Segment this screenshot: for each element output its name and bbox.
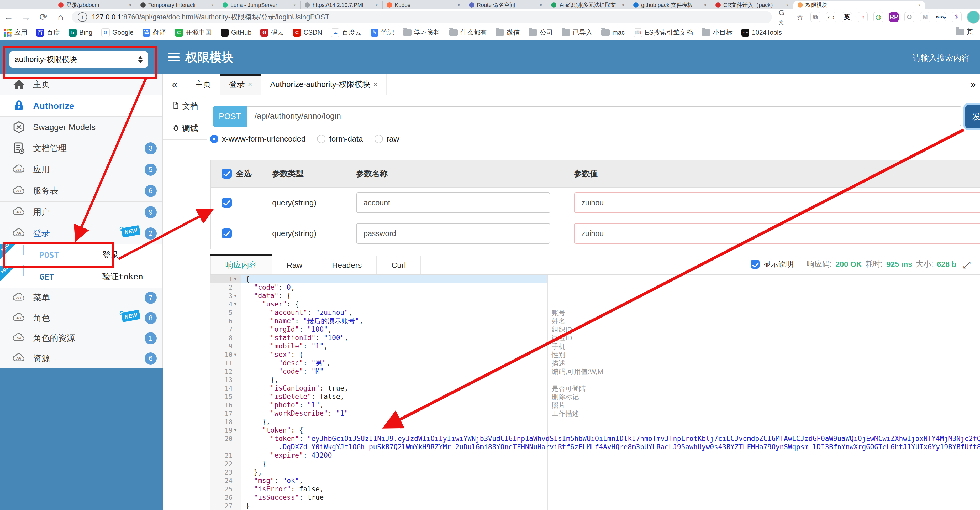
bookmark-item-18[interactable]: 小目标 — [702, 28, 732, 37]
sidebar-item-1[interactable]: Authorize — [0, 95, 162, 116]
profile-avatar[interactable] — [967, 11, 980, 24]
bookmark-item-15[interactable]: 已导入 — [562, 28, 592, 37]
tab-close-icon[interactable]: × — [129, 2, 132, 8]
sidebar-item-11[interactable]: API角色NEW8 — [0, 308, 162, 328]
gitzip-icon[interactable]: GitZip — [936, 12, 946, 22]
bookmark-item-12[interactable]: 什么都有 — [449, 28, 487, 37]
browser-tab-6[interactable]: 百家识别(多元法提取文× — [547, 1, 629, 9]
bookmark-item-16[interactable]: mac — [601, 29, 625, 36]
param-name-input[interactable]: password — [356, 223, 550, 244]
back-icon[interactable]: ← — [0, 11, 18, 22]
browser-tab-4[interactable]: Kudos× — [383, 1, 465, 9]
sidebar-endpoint-get[interactable]: NEWGET验证token — [0, 266, 162, 288]
tab-close-icon[interactable]: × — [211, 2, 214, 8]
request-url-input[interactable]: /api/authority/anno/login — [247, 106, 961, 126]
en-translate-icon[interactable]: 英 — [842, 12, 852, 22]
tab-close-icon[interactable]: × — [375, 2, 378, 8]
tab-close-icon[interactable]: × — [786, 2, 789, 8]
asterisk-icon[interactable]: ✳ — [951, 12, 962, 22]
sidebar-item-12[interactable]: API角色的资源1 — [0, 328, 162, 349]
oval-icon[interactable]: O — [904, 12, 915, 22]
sidebar-item-13[interactable]: API资源6 — [0, 349, 162, 369]
content-tab-2[interactable]: Authorize-authority-权限模块× — [261, 74, 387, 95]
response-tab-1[interactable]: Raw — [272, 256, 317, 274]
content-type-radio-2[interactable]: raw — [374, 134, 399, 143]
row-checkbox[interactable] — [222, 198, 232, 208]
show-desc-checkbox[interactable] — [751, 260, 760, 269]
bookmark-item-17[interactable]: 📖ES搜索引擎文档 — [634, 28, 693, 37]
send-button[interactable]: 发送 — [965, 105, 980, 128]
bookmark-item-1[interactable]: 百百度 — [36, 28, 60, 37]
param-value-input[interactable]: zuihou — [574, 223, 980, 244]
translate-icon[interactable]: G文 — [779, 8, 790, 26]
select-all-checkbox[interactable] — [222, 169, 232, 178]
sidebar-item-4[interactable]: API应用5 — [0, 159, 162, 180]
response-tab-0[interactable]: 响应内容 — [210, 256, 272, 274]
tab-close-icon[interactable]: × — [704, 2, 707, 8]
tab-close-icon[interactable]: × — [248, 80, 252, 89]
globe-icon[interactable]: ◍ — [873, 12, 883, 22]
fold-arrow-icon[interactable]: ▾ — [234, 427, 241, 433]
bookmark-item-5[interactable]: C开源中国 — [175, 28, 212, 37]
response-tab-3[interactable]: Curl — [377, 256, 421, 274]
bookmarks-overflow-folder[interactable]: 其 — [956, 27, 973, 36]
bookmark-item-4[interactable]: 译翻译 — [143, 28, 166, 37]
bookmark-item-11[interactable]: 学习资料 — [403, 28, 441, 37]
browser-tab-7[interactable]: github pack 文件模板× — [629, 1, 711, 9]
sidebar-item-3[interactable]: 文档管理3 — [0, 138, 162, 159]
content-type-radio-1[interactable]: form-data — [317, 134, 363, 143]
browser-tab-0[interactable]: 登录/jzbdocm× — [54, 1, 136, 9]
tab-close-icon[interactable]: × — [293, 2, 296, 8]
sidebar-item-6[interactable]: API用户9 — [0, 202, 162, 223]
tab-capture-icon[interactable]: ⧉ — [810, 12, 821, 22]
tab-close-icon[interactable]: × — [539, 2, 542, 8]
url-omnibox[interactable]: i 127.0.0.1:8760/api/gate/doc.html#/auth… — [72, 11, 772, 23]
minitab-文档[interactable]: 文档 — [163, 95, 207, 117]
sidebar-item-0[interactable]: 主页 — [0, 74, 162, 95]
bookmark-item-14[interactable]: 公司 — [528, 28, 553, 37]
bookmark-item-13[interactable]: 微信 — [495, 28, 520, 37]
response-tab-2[interactable]: Headers — [317, 256, 377, 274]
content-tab-0[interactable]: 主页 — [186, 74, 220, 95]
browser-tab-2[interactable]: Luna - JumpServer× — [218, 1, 301, 9]
browser-tab-5[interactable]: Route 命名空间× — [465, 1, 547, 9]
fold-arrow-icon[interactable]: ▾ — [234, 301, 241, 307]
sidebar-item-7[interactable]: API登录NEW2 — [0, 223, 162, 244]
bookmark-item-2[interactable]: bBing — [69, 29, 92, 37]
bookmark-item-8[interactable]: CCSDN — [293, 29, 322, 37]
bookmark-item-6[interactable]: GitHub — [221, 29, 252, 37]
fold-arrow-icon[interactable]: ▾ — [234, 352, 241, 357]
bookmark-item-9[interactable]: ☁百度云 — [331, 28, 362, 37]
minitab-调试[interactable]: 调试 — [163, 117, 207, 140]
home-icon[interactable]: ⌂ — [52, 11, 69, 22]
browser-tab-8[interactable]: CR文件迁入（pack）× — [711, 1, 793, 9]
collapse-tabs-icon[interactable]: « — [163, 74, 186, 95]
braces-icon[interactable]: {…} — [826, 12, 836, 22]
bookmark-item-3[interactable]: GGoogle — [101, 29, 134, 37]
sidebar-endpoint-post[interactable]: NEWPOST登录 — [0, 244, 162, 266]
search-input[interactable]: 请输入搜索内容 — [913, 53, 969, 64]
m-chevron-icon[interactable]: M — [920, 12, 930, 22]
page-info-icon[interactable]: i — [78, 12, 87, 22]
tab-close-icon[interactable]: × — [622, 2, 625, 8]
content-tab-1[interactable]: 登录× — [220, 74, 261, 95]
sidebar-item-2[interactable]: Swagger Models — [0, 116, 162, 138]
bookmark-item-7[interactable]: G码云 — [260, 28, 284, 37]
bookmark-star-icon[interactable]: ☆ — [797, 13, 803, 22]
fold-arrow-icon[interactable]: ▾ — [234, 276, 241, 282]
expand-tabs-icon[interactable]: » — [970, 79, 976, 90]
content-type-radio-0[interactable]: x-www-form-urlencoded — [210, 134, 305, 143]
bookmark-item-0[interactable]: 应用 — [4, 28, 27, 37]
tab-close-icon[interactable]: × — [374, 80, 377, 89]
sidebar-item-5[interactable]: API服务表6 — [0, 180, 162, 202]
bookmark-item-19[interactable]: 10 241024Tools — [741, 29, 782, 37]
tab-close-icon[interactable]: × — [457, 2, 460, 8]
browser-tab-3[interactable]: https://14.2.10.7:PMI× — [301, 1, 383, 9]
fullscreen-icon[interactable]: ⤢ — [963, 260, 970, 271]
browser-tab-1[interactable]: Temporary Interacti× — [136, 1, 218, 9]
bookmark-item-10[interactable]: ✎笔记 — [371, 28, 394, 37]
browser-tab-9[interactable]: 权限模块× — [793, 1, 925, 9]
rp-icon[interactable]: RP — [889, 12, 899, 22]
chrome-icon[interactable]: ◔ — [858, 12, 868, 22]
fold-arrow-icon[interactable]: ▾ — [234, 293, 241, 299]
